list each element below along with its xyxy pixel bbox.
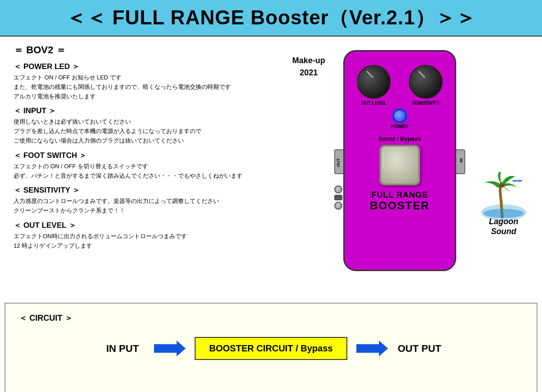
knob-outlevel-label: OUT LEVEL xyxy=(361,101,386,106)
pedal-name-line1: FULL RANGE xyxy=(370,191,430,200)
dc-screw-top xyxy=(334,185,342,194)
pedal-name: FULL RANGE BOOSTER xyxy=(370,191,430,212)
header-bar: ＜＜ FULL RANGE Booster（Ver.2.1）＞＞ xyxy=(0,0,542,37)
svg-point-2 xyxy=(501,184,505,187)
circuit-flow: IN PUT BOOSTER CIRCUIT / Bypass OUT PUT xyxy=(19,337,523,360)
palm-tree-icon xyxy=(479,172,528,221)
knobs-row: OUT LEVEL SENSITIVITY xyxy=(357,65,443,106)
section-heading-footswitch: ＜ FOOT SWITCH ＞ xyxy=(14,150,283,161)
pedal-container: OUT IN DC-9V OUT LEVEL xyxy=(330,46,470,280)
booster-circuit-box: BOOSTER CIRCUIT / Bypass xyxy=(195,337,347,360)
circuit-input-label: IN PUT xyxy=(100,343,145,355)
section-heading-outlevel: ＜ OUT LEVEL ＞ xyxy=(14,220,283,231)
right-area: Make-up 2021 OUT IN DC-9V xyxy=(292,41,533,298)
footswitch[interactable] xyxy=(379,145,420,185)
boost-bypass-label: Boost / Bypass xyxy=(378,135,421,142)
power-label: POWER xyxy=(391,124,408,129)
circuit-title: ＜ CIRCUIT ＞ xyxy=(19,313,523,323)
pedal-name-line2: BOOSTER xyxy=(370,200,430,212)
arrow-right-icon-2 xyxy=(356,341,388,356)
power-section: POWER xyxy=(391,109,408,129)
bov2-title: ＝ BOV2 ＝ xyxy=(14,43,283,57)
left-description: ＝ BOV2 ＝ ＜ POWER LED ＞ エフェクト ON / OFF お知… xyxy=(9,41,288,298)
section-body-sensitivity: 入力感度のコントロールつまみです。楽器等の出力によって調整してください クリーン… xyxy=(14,197,283,216)
out-jack-label: OUT xyxy=(336,158,341,167)
section-body-power-led: エフェクト ON / OFF お知らせ LED です また、乾電池の残量にも関係… xyxy=(14,73,283,101)
lagoon-sound-logo: Lagoon Sound xyxy=(474,46,533,236)
page-title: ＜＜ FULL RANGE Booster（Ver.2.1）＞＞ xyxy=(0,5,542,31)
section-heading-power-led: ＜ POWER LED ＞ xyxy=(14,61,283,72)
dc-port xyxy=(334,195,342,200)
knob-sensitivity[interactable] xyxy=(409,65,443,99)
makeup-label: Make-up 2021 xyxy=(292,46,325,79)
svg-point-3 xyxy=(483,209,524,218)
arrow-right-icon-1 xyxy=(154,341,186,356)
section-heading-input: ＜ INPUT ＞ xyxy=(14,106,283,116)
circuit-section: ＜ CIRCUIT ＞ IN PUT BOOSTER CIRCUIT / Byp… xyxy=(5,303,537,392)
power-led xyxy=(393,109,406,123)
svg-marker-5 xyxy=(356,341,388,356)
section-body-outlevel: エフェクトON時に出力されるボリュームコントロールつまみです 12 時よりゲイン… xyxy=(14,232,283,251)
pedal-body: OUT LEVEL SENSITIVITY POWER Boost / Bypa… xyxy=(343,50,456,271)
knob-group-sensitivity: SENSITIVITY xyxy=(409,65,443,106)
knob-group-outlevel: OUT LEVEL xyxy=(357,65,391,106)
section-body-footswitch: エフェクトの ON / OFF を切り替えるスイッチです 必ず、バチン！と音がす… xyxy=(14,162,283,181)
section-body-input: 使用しないときは必ず抜いておいてください プラグを差し込んだ時点で本機の電源が入… xyxy=(14,117,283,145)
dc-screw-bottom xyxy=(334,202,342,210)
main-content: ＝ BOV2 ＝ ＜ POWER LED ＞ エフェクト ON / OFF お知… xyxy=(0,37,542,303)
dc-jack xyxy=(334,185,342,210)
circuit-output-label: OUT PUT xyxy=(397,343,442,355)
in-jack-label: IN xyxy=(459,158,463,162)
knob-outlevel[interactable] xyxy=(357,65,391,99)
section-heading-sensitivity: ＜ SENSITIVITY ＞ xyxy=(14,185,283,195)
knob-sensitivity-label: SENSITIVITY xyxy=(412,101,439,106)
lagoon-sound-text: Lagoon Sound xyxy=(489,217,519,236)
svg-marker-4 xyxy=(154,341,186,356)
